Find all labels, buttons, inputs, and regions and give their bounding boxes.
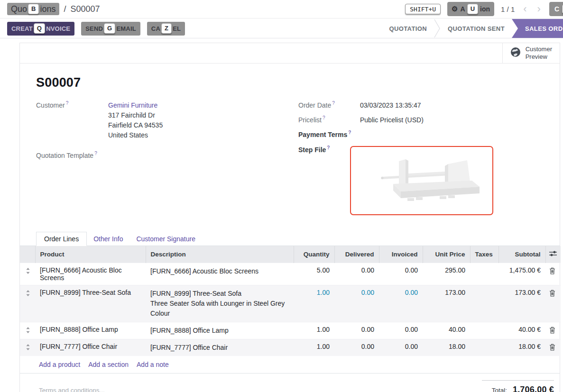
create-invoice-button[interactable]: CREATQNVOICE	[7, 22, 74, 36]
breadcrumb-parent-link[interactable]: QuoBions	[7, 3, 59, 15]
terms-placeholder[interactable]: Terms and conditions...	[39, 387, 105, 392]
table-row[interactable]: [FURN_7777] Office Chair[FURN_7777] Offi…	[20, 339, 561, 356]
cell-subtotal[interactable]: 173.00 €	[498, 285, 545, 322]
cell-subtotal[interactable]: 1,475.00 €	[498, 263, 545, 285]
add-product-link[interactable]: Add a product	[39, 361, 80, 368]
column-subtotal[interactable]: Subtotal	[498, 246, 545, 263]
cell-product[interactable]: [FURN_8888] Office Lamp	[35, 322, 146, 339]
customer-preview-line2: Preview	[526, 53, 547, 60]
cell-unit-price[interactable]: 295.00	[423, 263, 470, 285]
table-row[interactable]: [FURN_8888] Office Lamp[FURN_8888] Offic…	[20, 322, 561, 339]
drag-handle-icon[interactable]	[20, 263, 35, 285]
help-icon: ?	[94, 151, 97, 156]
delete-row-icon[interactable]	[545, 285, 561, 322]
field-order-date: Order Date? 03/03/2023 13:35:47	[298, 100, 502, 110]
add-note-link[interactable]: Add a note	[137, 361, 169, 368]
field-pricelist: Pricelist? Public Pricelist (USD)	[298, 115, 502, 125]
cell-description[interactable]: [FURN_6666] Acoustic Bloc Screens	[146, 263, 294, 285]
statusbar: QUOTATION QUOTATION SENT SALES ORDER	[382, 19, 563, 38]
cell-invoiced[interactable]: 0.00	[379, 339, 423, 356]
tab-order-lines[interactable]: Order Lines	[36, 232, 87, 246]
order-date-label: Order Date?	[298, 100, 360, 110]
cell-unit-price[interactable]: 173.00	[423, 285, 470, 322]
drag-handle-icon[interactable]	[20, 339, 35, 356]
cell-description[interactable]: [FURN_7777] Office Chair	[146, 339, 294, 356]
cell-product[interactable]: [FURN_6666] Acoustic Bloc Screens	[35, 263, 146, 285]
cell-unit-price[interactable]: 40.00	[423, 322, 470, 339]
cell-invoiced[interactable]: 0.00	[379, 263, 423, 285]
cell-quantity[interactable]: 1.00	[294, 285, 334, 322]
pager-previous-icon[interactable]: ‹	[521, 4, 528, 14]
column-delivered[interactable]: Delivered	[334, 246, 379, 263]
globe-icon	[510, 47, 521, 59]
column-product[interactable]: Product	[35, 246, 146, 263]
tab-customer-signature[interactable]: Customer Signature	[129, 232, 202, 246]
status-step-quotation[interactable]: QUOTATION	[382, 25, 434, 32]
breadcrumb-current: S00007	[70, 4, 100, 14]
delete-row-icon[interactable]	[545, 339, 561, 356]
step-file-preview[interactable]	[350, 146, 493, 215]
send-email-button[interactable]: SENDGEMAIL	[81, 22, 140, 36]
cell-product[interactable]: [FURN_7777] Office Chair	[35, 339, 146, 356]
column-taxes[interactable]: Taxes	[470, 246, 498, 263]
delete-row-icon[interactable]	[545, 263, 561, 285]
customer-preview-button[interactable]: Customer Preview	[502, 43, 560, 63]
payment-terms-label: Payment Terms?	[298, 130, 360, 138]
cell-invoiced[interactable]: 0.00	[379, 322, 423, 339]
pricelist-label-text: Pricelist	[298, 116, 322, 124]
cell-taxes[interactable]	[470, 339, 498, 356]
cell-product[interactable]: [FURN_8999] Three-Seat Sofa	[35, 285, 146, 322]
cell-invoiced[interactable]: 0.00	[379, 285, 423, 322]
table-row[interactable]: [FURN_6666] Acoustic Bloc Screens[FURN_6…	[20, 263, 561, 285]
cell-delivered[interactable]: 0.00	[334, 263, 379, 285]
column-description[interactable]: Description	[146, 246, 294, 263]
status-step-quotation-sent[interactable]: QUOTATION SENT	[441, 25, 512, 32]
customer-label-text: Customer	[36, 101, 65, 109]
cell-subtotal[interactable]: 40.00 €	[498, 322, 545, 339]
drag-handle-icon[interactable]	[20, 285, 35, 322]
cell-delivered[interactable]: 0.00	[334, 285, 379, 322]
optional-columns-icon[interactable]	[545, 246, 561, 263]
order-date-value[interactable]: 03/03/2023 13:35:47	[360, 100, 421, 110]
customer-address-line3: United States	[108, 131, 148, 139]
cell-taxes[interactable]	[470, 263, 498, 285]
cell-unit-price[interactable]: 18.00	[423, 339, 470, 356]
tab-other-info[interactable]: Other Info	[87, 232, 129, 246]
cell-subtotal[interactable]: 18.00 €	[498, 339, 545, 356]
action-label-pre: A	[461, 5, 465, 13]
create-button[interactable]: C	[549, 2, 563, 16]
list-add-row: Add a product Add a section Add a note	[20, 356, 560, 374]
order-lines-body: [FURN_6666] Acoustic Bloc Screens[FURN_6…	[20, 263, 561, 356]
shortcut-key-badge: SHIFT+U	[405, 4, 441, 15]
cell-taxes[interactable]	[470, 322, 498, 339]
cell-taxes[interactable]	[470, 285, 498, 322]
cell-delivered[interactable]: 0.00	[334, 322, 379, 339]
help-icon: ?	[66, 100, 69, 106]
cancel-label-post: EL	[173, 25, 181, 32]
field-grid: Customer? Gemini Furniture 317 Fairchild…	[36, 100, 544, 230]
cancel-button[interactable]: CAZEL	[147, 22, 185, 36]
column-unit-price[interactable]: Unit Price	[423, 246, 470, 263]
cell-quantity[interactable]: 5.00	[294, 263, 334, 285]
cell-description[interactable]: [FURN_8888] Office Lamp	[146, 322, 294, 339]
hotkey-badge-q: Q	[34, 23, 45, 34]
add-section-link[interactable]: Add a section	[88, 361, 129, 368]
pager-next-icon[interactable]: ›	[535, 4, 543, 14]
table-row[interactable]: [FURN_8999] Three-Seat Sofa[FURN_8999] T…	[20, 285, 561, 322]
drag-handle-icon[interactable]	[20, 322, 35, 339]
action-menu-button[interactable]: ⚙ AUion	[447, 2, 494, 16]
pricelist-value[interactable]: Public Pricelist (USD)	[360, 115, 424, 125]
cell-description[interactable]: [FURN_8999] Three-Seat Sofa Three Seater…	[146, 285, 294, 322]
total-box: Total: 1,706.00 €	[482, 380, 554, 392]
cancel-label-pre: CA	[151, 25, 160, 32]
column-invoiced[interactable]: Invoiced	[379, 246, 423, 263]
cell-delivered[interactable]: 0.00	[334, 339, 379, 356]
customer-link[interactable]: Gemini Furniture	[108, 101, 157, 109]
cell-quantity[interactable]: 1.00	[294, 322, 334, 339]
status-step-sales-order-active[interactable]: SALES ORDER	[512, 19, 563, 38]
cell-quantity[interactable]: 1.00	[294, 339, 334, 356]
column-quantity[interactable]: Quantity	[294, 246, 334, 263]
step-file-label-text: Step File	[298, 146, 326, 153]
delete-row-icon[interactable]	[545, 322, 561, 339]
table-header-row: Product Description Quantity Delivered I…	[20, 246, 561, 263]
